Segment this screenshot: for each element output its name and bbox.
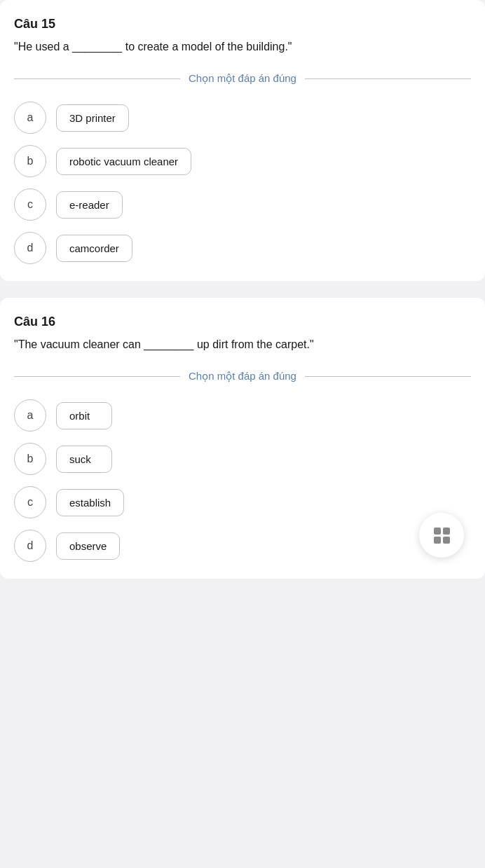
option-row-15-a[interactable]: a 3D printer (14, 102, 471, 134)
option-row-16-b[interactable]: b suck (14, 443, 471, 475)
divider-label-16: Chọn một đáp án đúng (189, 370, 296, 383)
fab-button[interactable] (419, 513, 464, 558)
option-letter-16-b: b (14, 443, 46, 475)
divider-line-left-16 (14, 376, 180, 377)
option-row-16-a[interactable]: a orbit (14, 399, 471, 432)
option-letter-15-c: c (14, 188, 46, 221)
gap (0, 289, 485, 298)
grid-icon (434, 528, 450, 544)
options-list-16: a orbit b suck c establish (14, 399, 471, 562)
option-row-16-c[interactable]: c establish (14, 486, 471, 518)
question-section-16: Câu 16 "The vacuum cleaner can ________ … (0, 298, 485, 579)
option-letter-16-a: a (14, 399, 46, 432)
option-label-16-d[interactable]: observe (56, 532, 120, 560)
grid-square-1 (434, 528, 441, 535)
option-letter-16-c: c (14, 486, 46, 518)
question-number-15: Câu 15 (14, 17, 471, 32)
divider-label-15: Chọn một đáp án đúng (189, 72, 296, 85)
option-label-15-d[interactable]: camcorder (56, 235, 132, 262)
option-label-16-c[interactable]: establish (56, 489, 124, 516)
option-label-15-b[interactable]: robotic vacuum cleaner (56, 148, 191, 175)
option-label-16-a[interactable]: orbit (56, 402, 112, 429)
question-card-16: Câu 16 "The vacuum cleaner can ________ … (0, 298, 485, 579)
option-row-15-d[interactable]: d camcorder (14, 232, 471, 264)
divider-15: Chọn một đáp án đúng (14, 72, 471, 85)
divider-16: Chọn một đáp án đúng (14, 370, 471, 383)
option-label-15-c[interactable]: e-reader (56, 191, 123, 219)
question-number-16: Câu 16 (14, 315, 471, 329)
option-label-15-a[interactable]: 3D printer (56, 104, 129, 132)
divider-line-left-15 (14, 78, 180, 79)
page-container: Câu 15 "He used a ________ to create a m… (0, 0, 485, 579)
option-letter-15-d: d (14, 232, 46, 264)
grid-square-3 (434, 537, 441, 544)
divider-line-right-16 (305, 376, 471, 377)
grid-square-2 (443, 528, 450, 535)
option-letter-15-a: a (14, 102, 46, 134)
option-letter-16-d: d (14, 530, 46, 562)
question-card-15: Câu 15 "He used a ________ to create a m… (0, 0, 485, 281)
option-letter-15-b: b (14, 145, 46, 177)
grid-square-4 (443, 537, 450, 544)
option-row-15-c[interactable]: c e-reader (14, 188, 471, 221)
divider-line-right-15 (305, 78, 471, 79)
options-list-15: a 3D printer b robotic vacuum cleaner c … (14, 102, 471, 264)
question-text-16: "The vacuum cleaner can ________ up dirt… (14, 336, 471, 353)
option-label-16-b[interactable]: suck (56, 446, 112, 473)
option-row-15-b[interactable]: b robotic vacuum cleaner (14, 145, 471, 177)
question-text-15: "He used a ________ to create a model of… (14, 39, 471, 55)
option-row-16-d[interactable]: d observe (14, 530, 471, 562)
